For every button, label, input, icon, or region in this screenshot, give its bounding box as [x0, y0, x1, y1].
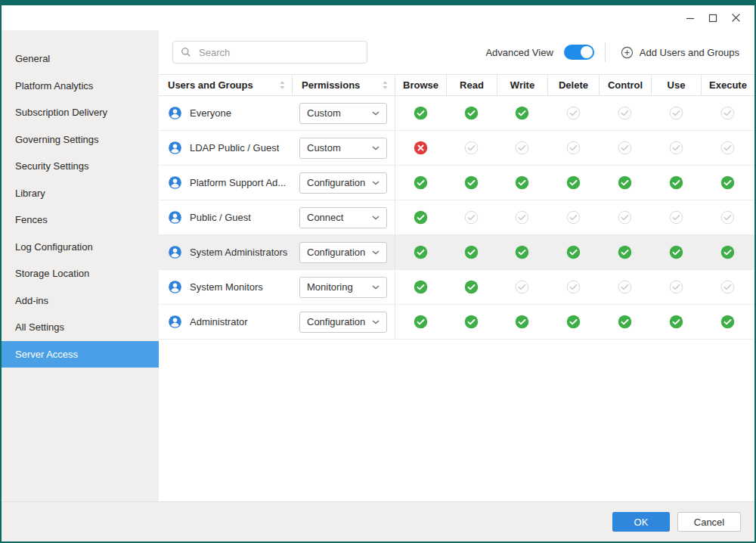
user-group-name-cell: LDAP Public / Guest	[159, 131, 292, 165]
permission-select[interactable]: Connect	[299, 207, 387, 228]
sidebar-item-storage-location[interactable]: Storage Location	[2, 260, 159, 287]
sidebar-item-fences[interactable]: Fences	[2, 206, 159, 234]
permission-granted-icon[interactable]	[446, 305, 497, 339]
table-row[interactable]: Public / GuestConnect	[159, 200, 754, 235]
minimize-button[interactable]	[679, 8, 702, 28]
permission-select[interactable]: Configuration	[299, 312, 387, 333]
permission-granted-icon[interactable]	[395, 270, 446, 304]
permission-granted-icon[interactable]	[446, 96, 497, 130]
column-label: Delete	[559, 79, 588, 91]
table-row[interactable]: Platform Support Ad...Configuration	[159, 166, 754, 200]
permission-granted-icon[interactable]	[446, 166, 497, 200]
sort-icon[interactable]	[382, 80, 389, 90]
add-users-button[interactable]: Add Users and Groups	[616, 45, 744, 60]
column-header-users-and-groups[interactable]: Users and Groups	[159, 75, 292, 95]
permission-none-icon[interactable]	[701, 96, 754, 130]
permission-none-icon[interactable]	[651, 270, 701, 304]
sidebar-item-governing-settings[interactable]: Governing Settings	[2, 126, 159, 154]
permission-select[interactable]: Custom	[299, 138, 387, 159]
permission-granted-icon[interactable]	[497, 96, 547, 130]
toolbar: Advanced View Add Users and Groups	[159, 30, 754, 74]
permission-select[interactable]: Custom	[299, 103, 387, 124]
sidebar-item-all-settings[interactable]: All Settings	[2, 314, 159, 341]
permission-denied-icon[interactable]	[395, 131, 446, 165]
sidebar-item-general[interactable]: General	[2, 45, 159, 73]
permission-none-icon[interactable]	[701, 131, 754, 165]
maximize-button[interactable]	[702, 8, 724, 28]
permission-granted-icon[interactable]	[395, 235, 446, 269]
column-label: Use	[668, 79, 686, 91]
permission-none-icon[interactable]	[547, 96, 599, 130]
permission-granted-icon[interactable]	[547, 305, 599, 339]
sidebar-item-library[interactable]: Library	[2, 180, 159, 207]
sidebar-item-subscription-delivery[interactable]: Subscription Delivery	[2, 99, 159, 126]
user-group-name: Platform Support Ad...	[190, 177, 286, 188]
permission-granted-icon[interactable]	[701, 235, 754, 269]
permission-none-icon[interactable]	[599, 131, 651, 165]
sidebar-item-platform-analytics[interactable]: Platform Analytics	[2, 73, 159, 100]
permission-none-icon[interactable]	[497, 270, 547, 304]
permission-none-icon[interactable]	[547, 200, 599, 234]
permission-none-icon[interactable]	[651, 131, 701, 165]
permission-none-icon[interactable]	[497, 131, 547, 165]
footer: OK Cancel	[2, 501, 754, 541]
table-row[interactable]: LDAP Public / GuestCustom	[159, 131, 754, 166]
permission-granted-icon[interactable]	[599, 235, 651, 269]
permission-none-icon[interactable]	[446, 131, 497, 165]
permission-select[interactable]: Configuration	[299, 242, 387, 263]
search-box[interactable]	[172, 41, 367, 64]
sidebar-item-add-ins[interactable]: Add-ins	[2, 287, 159, 315]
permission-none-icon[interactable]	[547, 270, 599, 304]
close-button[interactable]	[724, 8, 747, 28]
toolbar-right: Advanced View Add Users and Groups	[485, 42, 744, 62]
add-users-label: Add Users and Groups	[640, 47, 739, 58]
table-row[interactable]: EveryoneCustom	[159, 96, 754, 131]
permission-none-icon[interactable]	[497, 200, 547, 234]
permission-granted-icon[interactable]	[497, 305, 547, 339]
permission-select[interactable]: Configuration	[299, 172, 387, 194]
permission-none-icon[interactable]	[599, 270, 651, 304]
permission-granted-icon[interactable]	[395, 200, 446, 234]
permission-granted-icon[interactable]	[701, 166, 754, 200]
permission-granted-icon[interactable]	[395, 305, 446, 339]
permission-value: Configuration	[307, 177, 365, 188]
advanced-view-toggle[interactable]	[564, 45, 594, 60]
permission-granted-icon[interactable]	[651, 235, 701, 269]
permission-none-icon[interactable]	[651, 96, 701, 130]
permission-none-icon[interactable]	[446, 200, 497, 234]
user-icon	[168, 106, 182, 120]
sidebar-item-server-access[interactable]: Server Access	[2, 341, 159, 368]
permission-none-icon[interactable]	[651, 200, 701, 234]
permission-none-icon[interactable]	[599, 96, 651, 130]
permission-none-icon[interactable]	[547, 131, 599, 165]
permission-granted-icon[interactable]	[651, 305, 701, 339]
table-row[interactable]: System MonitorsMonitoring	[159, 270, 754, 305]
sort-icon[interactable]	[279, 80, 286, 90]
permission-granted-icon[interactable]	[497, 235, 547, 269]
permission-granted-icon[interactable]	[547, 235, 599, 269]
permission-granted-icon[interactable]	[395, 166, 446, 200]
permission-granted-icon[interactable]	[497, 166, 547, 200]
sidebar: GeneralPlatform AnalyticsSubscription De…	[2, 30, 159, 501]
permission-granted-icon[interactable]	[701, 305, 754, 339]
permission-granted-icon[interactable]	[446, 235, 497, 269]
permission-granted-icon[interactable]	[651, 166, 701, 200]
permission-granted-icon[interactable]	[547, 166, 599, 200]
table-row[interactable]: System AdministratorsConfiguration	[159, 235, 754, 270]
table-row[interactable]: AdministratorConfiguration	[159, 305, 754, 340]
permission-granted-icon[interactable]	[599, 166, 651, 200]
permission-granted-icon[interactable]	[395, 96, 446, 130]
permission-granted-icon[interactable]	[446, 270, 497, 304]
search-input[interactable]	[197, 46, 359, 59]
sidebar-item-security-settings[interactable]: Security Settings	[2, 153, 159, 180]
permission-none-icon[interactable]	[701, 200, 754, 234]
permission-value: Custom	[307, 107, 341, 119]
permission-granted-icon[interactable]	[599, 305, 651, 339]
permission-select[interactable]: Monitoring	[299, 277, 387, 298]
cancel-button[interactable]: Cancel	[677, 512, 741, 532]
permission-none-icon[interactable]	[599, 200, 651, 234]
ok-button[interactable]: OK	[612, 512, 670, 532]
permission-none-icon[interactable]	[701, 270, 754, 304]
sidebar-item-log-configuration[interactable]: Log Configuration	[2, 234, 159, 261]
column-header-permissions[interactable]: Permissions	[292, 75, 395, 95]
